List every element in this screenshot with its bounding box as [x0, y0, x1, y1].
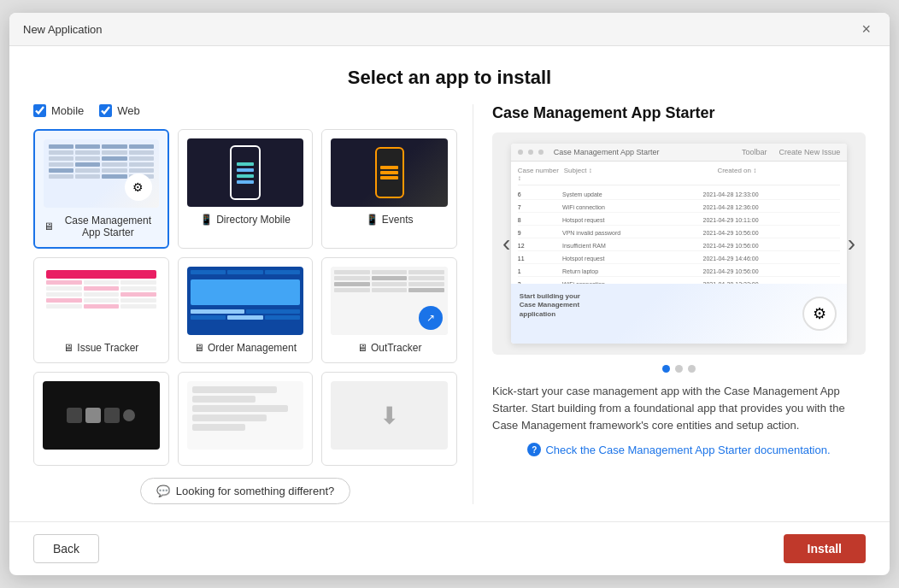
app-thumbnail-issue-tracker: [43, 267, 160, 335]
help-icon: ?: [527, 443, 541, 456]
dialog-title: New Application: [23, 23, 103, 36]
right-panel: Case Management App Starter ‹ Case Manag…: [473, 104, 866, 504]
pm-overlay-text: Start building yourCase Managementapplic…: [520, 292, 580, 319]
new-application-dialog: New Application × Select an app to insta…: [9, 13, 890, 575]
preview-area: ‹ Case Management App Starter Toolbar Cr…: [492, 132, 866, 355]
content-area: Mobile Web: [33, 104, 866, 504]
dialog-body: Select an app to install Mobile Web: [9, 46, 890, 521]
app-card-order-management[interactable]: 🖥 Order Management: [178, 257, 314, 363]
carousel-dots: [492, 365, 866, 373]
app-name-directory-mobile: 📱 Directory Mobile: [200, 214, 291, 226]
app-card-events[interactable]: 📱 Events: [321, 129, 457, 249]
apps-grid: ⚙ 🖥 Case Management App Starter: [33, 129, 457, 466]
outtracker-overlay: ↗: [419, 306, 443, 330]
dialog-footer: Back Install: [9, 521, 890, 575]
preview-image: Case Management App Starter Toolbar Crea…: [492, 132, 866, 355]
dot-2[interactable]: [675, 365, 683, 373]
app-name-outtracker: 🖥 OutTracker: [357, 342, 422, 354]
issue-type-icon: 🖥: [63, 342, 73, 354]
app-thumbnail-case-mgmt: ⚙: [44, 139, 159, 208]
mobile-filter[interactable]: Mobile: [33, 104, 84, 117]
table-row: 12Insufficient RAM2021-04-29 10:56:00: [518, 241, 840, 251]
page-title: Select an app to install: [33, 67, 866, 89]
app-thumbnail-small1: [43, 381, 160, 450]
preview-screenshot: Case Management App Starter Toolbar Crea…: [511, 144, 847, 344]
pm-footer: Start building yourCase Managementapplic…: [511, 284, 847, 344]
app-card-small2[interactable]: [178, 372, 314, 466]
doc-link[interactable]: ? Check the Case Management App Starter …: [492, 443, 866, 456]
table-row: 1Return laptop2021-04-29 10:56:00: [518, 267, 840, 277]
app-thumbnail-order-management: [187, 267, 304, 335]
table-row: 8Hotspot request2021-04-29 10:11:00: [518, 215, 840, 226]
looking-icon: 💬: [156, 485, 170, 497]
filter-row: Mobile Web: [33, 104, 457, 117]
table-row: 6System update2021-04-28 12:33:00: [518, 190, 840, 200]
app-name-order-management: 🖥 Order Management: [194, 342, 297, 354]
app-card-issue-tracker[interactable]: 🖥 Issue Tracker: [33, 257, 169, 363]
next-arrow-button[interactable]: ›: [841, 226, 862, 261]
looking-different-button[interactable]: 💬 Looking for something different?: [140, 478, 351, 504]
table-row: 11Hotspot request2021-04-29 14:46:00: [518, 254, 840, 264]
dialog-titlebar: New Application ×: [9, 13, 890, 46]
app-card-outtracker[interactable]: ↗ 🖥 OutTracker: [321, 257, 457, 363]
app-card-small1[interactable]: [33, 372, 169, 466]
pm-col-header: Case number ↕ Subject ↕ Created on ↕: [518, 167, 840, 185]
events-type-icon: 📱: [366, 214, 379, 226]
app-thumbnail-outtracker: ↗: [331, 267, 448, 335]
web-checkbox[interactable]: [99, 104, 112, 117]
app-thumbnail-directory-mobile: [187, 138, 304, 207]
web-label: Web: [117, 104, 140, 117]
app-description: Kick-start your case management app with…: [492, 383, 866, 434]
install-button[interactable]: Install: [784, 534, 866, 563]
dot-3[interactable]: [688, 365, 696, 373]
app-name-case-mgmt: 🖥 Case Management App Starter: [44, 215, 159, 238]
outtracker-type-icon: 🖥: [357, 342, 367, 354]
app-type-icon: 🖥: [44, 220, 54, 232]
app-name-issue-tracker: 🖥 Issue Tracker: [63, 342, 138, 354]
order-type-icon: 🖥: [194, 342, 204, 354]
mobile-checkbox[interactable]: [33, 104, 46, 117]
app-card-small3[interactable]: ⬇: [321, 372, 457, 466]
pm-logo: ⚙: [802, 297, 837, 331]
app-card-case-mgmt[interactable]: ⚙ 🖥 Case Management App Starter: [33, 129, 169, 249]
dot-1[interactable]: [662, 365, 670, 373]
app-card-directory-mobile[interactable]: 📱 Directory Mobile: [178, 129, 314, 249]
app-thumbnail-small2: [187, 381, 304, 450]
back-button[interactable]: Back: [33, 534, 99, 563]
table-row: 9VPN invalid password2021-04-29 10:56:00: [518, 228, 840, 238]
prev-arrow-button[interactable]: ‹: [496, 226, 517, 261]
pm-header: Case Management App Starter Toolbar Crea…: [511, 144, 847, 162]
detail-title: Case Management App Starter: [492, 104, 866, 122]
close-button[interactable]: ×: [856, 20, 876, 38]
table-row: 7WiFi connection2021-04-28 12:36:00: [518, 203, 840, 213]
left-panel: Mobile Web: [33, 104, 473, 504]
app-thumbnail-events: [331, 138, 448, 207]
looking-btn-wrap: 💬 Looking for something different?: [33, 478, 457, 504]
pm-body: Case number ↕ Subject ↕ Created on ↕ 6Sy…: [511, 162, 847, 284]
mobile-label: Mobile: [51, 104, 84, 117]
dir-type-icon: 📱: [200, 214, 213, 226]
app-thumbnail-small3: ⬇: [331, 381, 448, 450]
app-name-events: 📱 Events: [366, 214, 414, 226]
web-filter[interactable]: Web: [99, 104, 140, 117]
